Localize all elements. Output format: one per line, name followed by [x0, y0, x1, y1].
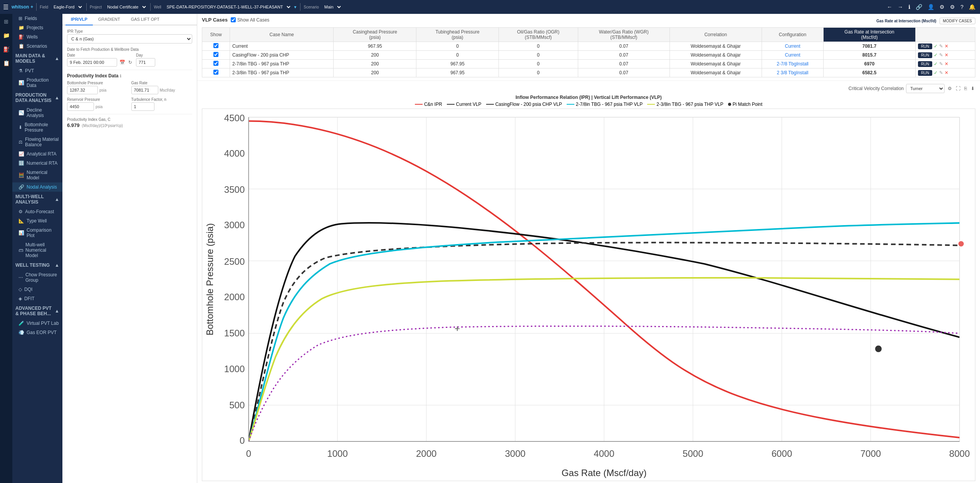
sidebar-item-nodal-analysis[interactable]: 🔗 Nodal Analysis [12, 182, 62, 192]
sidebar-item-numerical-model[interactable]: 🧮 Numerical Model [12, 168, 62, 182]
sidebar-item-scenarios[interactable]: 📋 Scenarios [12, 42, 62, 51]
sidebar-item-wells[interactable]: ⛽ Wells [12, 32, 62, 42]
sidebar-item-decline-analysis[interactable]: 📉 Decline Analysis [12, 105, 62, 120]
filter-button[interactable]: ⚙ [938, 3, 946, 11]
sidebar-section-advanced-pvt[interactable]: Advanced PVT & Phase Beh... ▲ [12, 303, 62, 319]
sidebar-item-fields[interactable]: ⊞ Fields [12, 14, 62, 23]
sidebar-item-auto-forecast[interactable]: ⚙ Auto-Forecast [12, 207, 62, 216]
col-gas-rate: Gas Rate at Intersection(Mscf/d) [824, 28, 916, 42]
well-select[interactable]: SPE-DATA-REPOSITORY-DATASET-1-WELL-37-PH… [163, 3, 292, 11]
tab-ipr-vlp[interactable]: IPR/VLP [65, 14, 93, 25]
delete-icon[interactable]: ✕ [945, 52, 948, 58]
project-selector: Project Nodal Certificate [90, 3, 147, 11]
run-button[interactable]: RUN [918, 70, 933, 76]
cell-show[interactable] [202, 60, 230, 69]
delete-icon[interactable]: ✕ [945, 70, 948, 75]
delete-icon[interactable]: ✕ [945, 43, 948, 49]
row-show-checkbox[interactable] [213, 70, 218, 75]
svg-text:500: 500 [229, 400, 245, 410]
cell-configuration: Current [762, 42, 823, 51]
y-axis-labels: 0 500 1000 1500 2000 2500 3000 3500 4000… [224, 113, 245, 446]
sidebar-item-bottomhole-pressure[interactable]: ⬇ Bottomhole Pressure [12, 120, 62, 135]
projects-icon[interactable]: 📁 [2, 31, 11, 40]
edit-icon[interactable]: ✎ [939, 43, 943, 49]
run-button[interactable]: RUN [918, 52, 933, 58]
cell-show[interactable] [202, 42, 230, 51]
nodal-icon: 🔗 [18, 184, 24, 190]
wells-icon[interactable]: ⛽ [2, 45, 11, 54]
well-selector: Well SPE-DATA-REPOSITORY-DATASET-1-WELL-… [154, 3, 297, 11]
sidebar-item-analytical-rta[interactable]: 📈 Analytical RTA [12, 149, 62, 159]
settings-button[interactable]: ⚙ [948, 3, 957, 11]
field-select[interactable]: Eagle-Ford [50, 3, 83, 11]
scenarios-icon[interactable]: 📋 [2, 58, 11, 68]
sidebar-section-production-analysis[interactable]: Production Data Analysis ▲ [12, 90, 62, 105]
sidebar-item-multi-well-numerical[interactable]: 🗃 Multi-well Numerical Model [12, 240, 62, 260]
sidebar-section-multi-well[interactable]: Multi-Well Analysis ▲ [12, 192, 62, 207]
notifications-button[interactable]: 🔔 [967, 3, 977, 11]
sidebar-item-dfit[interactable]: ◈ DFIT [12, 294, 62, 303]
run-button[interactable]: RUN [918, 43, 933, 49]
edit-icon[interactable]: ✎ [939, 61, 943, 67]
sidebar-section-well-testing[interactable]: Well Testing ▲ [12, 260, 62, 270]
forward-button[interactable]: → [896, 3, 904, 11]
sidebar-section-main-data[interactable]: Main Data & Models ▲ [12, 51, 62, 66]
date-input[interactable] [67, 58, 117, 67]
show-all-checkbox[interactable] [231, 17, 236, 22]
productivity-info-icon[interactable]: ℹ [120, 74, 121, 78]
refresh-icon[interactable]: ↻ [128, 59, 133, 66]
cell-wgr: 0.07 [578, 42, 670, 51]
chart-download-icon[interactable]: ⬇ [970, 85, 975, 92]
ipr-type-select[interactable]: C & n (Gas) [67, 34, 192, 43]
info-button[interactable]: ℹ [907, 3, 912, 11]
calendar-icon[interactable]: 📅 [119, 59, 126, 66]
delete-icon[interactable]: ✕ [945, 61, 948, 67]
project-select[interactable]: Nodal Certificate [103, 3, 147, 11]
svg-text:4000: 4000 [594, 448, 614, 459]
cell-actions: RUN ✓ ✎ ✕ [915, 51, 975, 60]
run-button[interactable]: RUN [918, 61, 933, 67]
day-input[interactable] [136, 58, 155, 67]
chart-settings-icon[interactable]: ⚙ [947, 85, 953, 92]
reservoir-input[interactable] [67, 102, 94, 111]
row-show-checkbox[interactable] [213, 43, 218, 48]
chart-expand-icon[interactable]: ⛶ [955, 85, 961, 92]
chart-copy-icon[interactable]: ⎘ [963, 85, 968, 92]
sidebar-item-projects[interactable]: 📁 Projects [12, 23, 62, 32]
type-well-icon: 📐 [18, 218, 24, 224]
help-button[interactable]: ? [959, 3, 965, 11]
link-button[interactable]: 🔗 [914, 3, 924, 11]
bhp-input[interactable] [67, 86, 98, 94]
tab-gradient[interactable]: GRADIENT [93, 14, 126, 25]
gas-rate-input[interactable] [131, 86, 158, 94]
edit-icon[interactable]: ✎ [939, 70, 943, 75]
row-show-checkbox[interactable] [213, 61, 218, 66]
hamburger-icon[interactable]: ☰ [3, 3, 8, 11]
scenarios-label-icon: 📋 [18, 43, 24, 49]
back-button[interactable]: ← [885, 3, 894, 11]
sidebar-item-gas-eor-pvt[interactable]: 💨 Gas EOR PVT [12, 328, 62, 337]
sidebar-item-dqi[interactable]: ◇ DQI [12, 285, 62, 294]
critical-velocity-select[interactable]: Turner [906, 84, 945, 93]
row-show-checkbox[interactable] [213, 52, 218, 57]
scenario-select[interactable]: Main [321, 3, 342, 11]
tab-gas-lift-opt[interactable]: GAS LIFT OPT [126, 14, 165, 25]
cell-show[interactable] [202, 69, 230, 77]
table-row: Current 967.95 0 0 0.07 Woldesemayat & G… [202, 42, 975, 51]
edit-icon[interactable]: ✎ [939, 52, 943, 58]
sidebar-item-numerical-rta[interactable]: 🔢 Numerical RTA [12, 159, 62, 168]
sidebar-item-comparison-plot[interactable]: 📊 Comparison Plot [12, 226, 62, 240]
sidebar-item-production-data[interactable]: 📊 Production Data [12, 75, 62, 90]
sidebar-item-pvt[interactable]: ⚗ PVT [12, 66, 62, 75]
sidebar-item-chow-pressure[interactable]: ⋯ Chow Pressure Group [12, 270, 62, 285]
turbulence-input[interactable] [131, 102, 154, 111]
cell-wgr: 0.07 [578, 69, 670, 77]
modify-cases-button[interactable]: MODIFY CASES [940, 18, 975, 24]
sidebar-item-virtual-pvt[interactable]: 🧪 Virtual PVT Lab [12, 319, 62, 328]
fields-icon[interactable]: ⊞ [2, 17, 10, 26]
show-all-label[interactable]: Show All Cases [231, 17, 269, 23]
sidebar-item-type-well[interactable]: 📐 Type Well [12, 216, 62, 226]
user-button[interactable]: 👤 [926, 3, 936, 11]
cell-show[interactable] [202, 51, 230, 60]
sidebar-item-flowing-material[interactable]: ⚖ Flowing Material Balance [12, 135, 62, 149]
